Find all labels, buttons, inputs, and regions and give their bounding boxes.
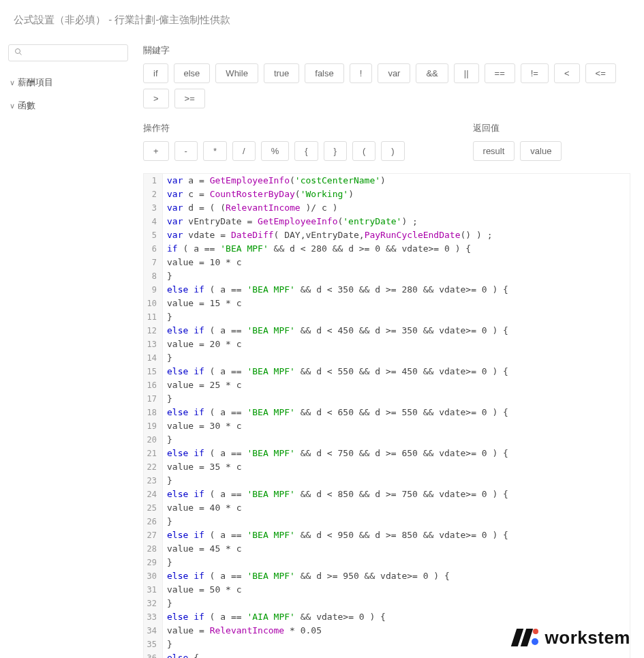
line-number: 28 — [144, 542, 163, 556]
keyword-button-14[interactable]: >= — [174, 89, 205, 108]
code-text: else if ( a == 'BEA MPF' && d < 750 && d… — [163, 447, 508, 460]
operator-button-0[interactable]: + — [143, 141, 169, 161]
line-number: 33 — [144, 610, 163, 624]
code-editor[interactable]: 1var a = GetEmployeeInfo('costCenterName… — [143, 173, 630, 658]
logo-mark-icon — [514, 629, 538, 648]
code-text: value = 25 * c — [163, 378, 242, 392]
keyword-button-4[interactable]: false — [305, 63, 343, 83]
line-number: 11 — [144, 310, 163, 324]
code-line[interactable]: 27else if ( a == 'BEA MPF' && d < 950 &&… — [144, 528, 630, 542]
code-line[interactable]: 11} — [144, 310, 630, 324]
search-input-wrap[interactable] — [8, 44, 128, 61]
svg-point-0 — [16, 49, 20, 54]
sidebar-item-0[interactable]: ∨薪酬項目 — [7, 71, 129, 94]
line-number: 9 — [144, 283, 163, 297]
search-input[interactable] — [25, 48, 122, 58]
return-button-1[interactable]: value — [520, 141, 562, 161]
keyword-button-12[interactable]: <= — [585, 63, 616, 83]
code-line[interactable]: 2var c = CountRosterByDay('Working') — [144, 188, 630, 201]
code-line[interactable]: 9else if ( a == 'BEA MPF' && d < 350 && … — [144, 283, 630, 297]
code-line[interactable]: 17} — [144, 392, 630, 406]
code-line[interactable]: 3var d = ( (RelevantIncome )/ c ) — [144, 201, 630, 215]
code-line[interactable]: 14} — [144, 351, 630, 365]
line-number: 19 — [144, 419, 163, 433]
operator-button-3[interactable]: / — [232, 141, 256, 161]
code-line[interactable]: 30else if ( a == 'BEA MPF' && d >= 950 &… — [144, 569, 630, 583]
line-number: 27 — [144, 528, 163, 542]
line-number: 2 — [144, 188, 163, 201]
keyword-button-2[interactable]: While — [215, 63, 258, 83]
keyword-button-10[interactable]: != — [521, 63, 549, 83]
sidebar-item-1[interactable]: ∨函數 — [7, 94, 129, 117]
code-line[interactable]: 18else if ( a == 'BEA MPF' && d < 650 &&… — [144, 406, 630, 419]
search-icon — [14, 48, 22, 58]
code-line[interactable]: 12else if ( a == 'BEA MPF' && d < 450 &&… — [144, 324, 630, 338]
code-line[interactable]: 26} — [144, 515, 630, 528]
code-text: value = 20 * c — [163, 338, 242, 351]
code-line[interactable]: 20} — [144, 433, 630, 447]
code-line[interactable]: 15else if ( a == 'BEA MPF' && d < 550 &&… — [144, 365, 630, 378]
operator-button-5[interactable]: { — [294, 141, 318, 161]
operator-button-2[interactable]: * — [203, 141, 227, 161]
code-line[interactable]: 6if ( a == 'BEA MPF' && d < 280 && d >= … — [144, 242, 630, 256]
brand-logo: workstem — [514, 627, 630, 648]
keyword-button-11[interactable]: < — [554, 63, 580, 83]
code-line[interactable]: 23} — [144, 474, 630, 488]
code-line[interactable]: 24else if ( a == 'BEA MPF' && d < 850 &&… — [144, 488, 630, 501]
code-line[interactable]: 19value = 30 * c — [144, 419, 630, 433]
operator-button-1[interactable]: - — [174, 141, 198, 161]
code-line[interactable]: 29} — [144, 556, 630, 569]
keyword-button-7[interactable]: && — [416, 63, 448, 83]
line-number: 31 — [144, 583, 163, 597]
svg-line-1 — [20, 53, 22, 55]
line-number: 25 — [144, 501, 163, 515]
code-line[interactable]: 4var vEntryDate = GetEmployeeInfo('entry… — [144, 215, 630, 228]
code-text: } — [163, 638, 172, 651]
code-text: var d = ( (RelevantIncome )/ c ) — [163, 201, 337, 215]
code-line[interactable]: 16value = 25 * c — [144, 378, 630, 392]
operator-button-7[interactable]: ( — [352, 141, 375, 161]
line-number: 30 — [144, 569, 163, 583]
code-line[interactable]: 28value = 45 * c — [144, 542, 630, 556]
keyword-button-0[interactable]: if — [143, 63, 168, 83]
sidebar: ∨薪酬項目∨函數 — [0, 33, 136, 658]
code-line[interactable]: 8} — [144, 269, 630, 283]
code-line[interactable]: 13value = 20 * c — [144, 338, 630, 351]
code-text: } — [163, 515, 172, 528]
line-number: 20 — [144, 433, 163, 447]
line-number: 24 — [144, 488, 163, 501]
code-line[interactable]: 31value = 50 * c — [144, 583, 630, 597]
keyword-button-13[interactable]: > — [143, 89, 169, 108]
code-line[interactable]: 22value = 35 * c — [144, 460, 630, 474]
keyword-button-1[interactable]: else — [174, 63, 211, 83]
code-line[interactable]: 1var a = GetEmployeeInfo('costCenterName… — [144, 174, 630, 188]
operator-button-6[interactable]: } — [324, 141, 347, 161]
line-number: 5 — [144, 228, 163, 242]
code-line[interactable]: 10value = 15 * c — [144, 297, 630, 310]
line-number: 13 — [144, 338, 163, 351]
code-text: value = 10 * c — [163, 256, 242, 269]
keyword-button-5[interactable]: ! — [350, 63, 373, 83]
line-number: 14 — [144, 351, 163, 365]
operator-button-4[interactable]: % — [261, 141, 290, 161]
code-line[interactable]: 32} — [144, 597, 630, 610]
code-line[interactable]: 7value = 10 * c — [144, 256, 630, 269]
line-number: 23 — [144, 474, 163, 488]
keyword-button-9[interactable]: == — [485, 63, 515, 83]
code-text: var c = CountRosterByDay('Working') — [163, 188, 354, 201]
return-button-0[interactable]: result — [473, 141, 515, 161]
code-line[interactable]: 25value = 40 * c — [144, 501, 630, 515]
line-number: 18 — [144, 406, 163, 419]
code-line[interactable]: 33else if ( a == 'AIA MPF' && vdate>= 0 … — [144, 610, 630, 624]
line-number: 6 — [144, 242, 163, 256]
keyword-button-6[interactable]: var — [378, 63, 410, 83]
operator-button-8[interactable]: ) — [381, 141, 404, 161]
code-text: } — [163, 269, 172, 283]
keyword-button-8[interactable]: || — [454, 63, 479, 83]
code-line[interactable]: 5var vdate = DateDiff( DAY,vEntryDate,Pa… — [144, 228, 630, 242]
code-line[interactable]: 36else { — [144, 651, 630, 658]
keyword-button-3[interactable]: true — [264, 63, 299, 83]
code-line[interactable]: 21else if ( a == 'BEA MPF' && d < 750 &&… — [144, 447, 630, 460]
code-text: } — [163, 474, 172, 488]
chevron-down-icon: ∨ — [10, 102, 16, 110]
